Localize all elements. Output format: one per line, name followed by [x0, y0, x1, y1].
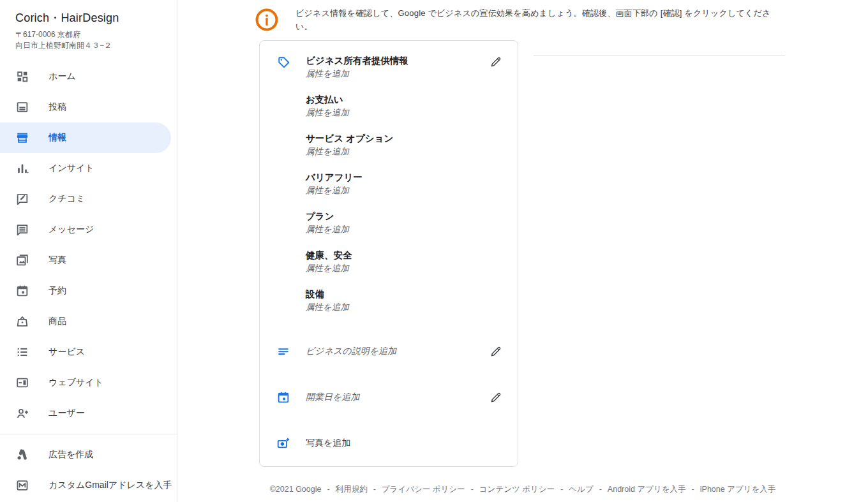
attribute-group-title: お支払い	[306, 94, 469, 106]
add-attribute-link[interactable]: 属性を追加	[306, 68, 469, 80]
business-name: Corich・HairDesign	[15, 10, 161, 26]
attribute-groups: ビジネス所有者提供情報 属性を追加 お支払い 属性を追加 サービス オプション …	[306, 55, 469, 313]
sidebar-item-website[interactable]: ウェブサイト	[0, 367, 177, 398]
sidebar-nav: ホーム 投稿 情報 インサイト	[0, 61, 177, 429]
attribute-group-title: 健康、安全	[306, 249, 469, 262]
posts-icon	[15, 100, 29, 114]
attributes-section: ビジネス所有者提供情報 属性を追加 お支払い 属性を追加 サービス オプション …	[260, 55, 518, 313]
add-attribute-link[interactable]: 属性を追加	[306, 107, 469, 119]
attribute-group: ビジネス所有者提供情報 属性を追加	[306, 55, 469, 80]
info-attributes-card: ビジネス所有者提供情報 属性を追加 お支払い 属性を追加 サービス オプション …	[259, 40, 518, 467]
sidebar-divider	[0, 434, 177, 434]
attribute-group: 健康、安全 属性を追加	[306, 249, 469, 274]
sidebar-item-label: カスタムGmailアドレスを入手	[49, 480, 172, 491]
sidebar-item-photos[interactable]: 写真	[0, 245, 177, 276]
sidebar: Corich・HairDesign 〒617-0006 京都府 向日市上植野町南…	[0, 0, 177, 502]
sidebar-item-users[interactable]: ユーザー	[0, 398, 177, 429]
add-attribute-link[interactable]: 属性を追加	[306, 145, 469, 158]
footer-link[interactable]: ヘルプ	[569, 485, 593, 494]
business-address-line2: 向日市上植野町南開４３−２	[15, 40, 161, 51]
description-icon	[276, 344, 290, 358]
footer-separator: -	[471, 485, 474, 494]
footer-link[interactable]: 利用規約	[336, 485, 368, 494]
verification-notice: ビジネス情報を確認して、Google でビジネスの宣伝効果を高めましょう。確認後…	[255, 6, 775, 33]
sidebar-item-label: クチコミ	[49, 193, 85, 205]
footer-separator: -	[599, 485, 602, 494]
footer-link[interactable]: iPhone アプリを入手	[700, 485, 776, 494]
attribute-group: 設備 属性を追加	[306, 288, 469, 313]
sidebar-item-info[interactable]: 情報	[0, 122, 171, 153]
card-row-add-photo: 写真を追加	[260, 436, 518, 451]
sidebar-item-insights[interactable]: インサイト	[0, 153, 177, 184]
main-content: ビジネス情報を確認して、Google でビジネスの宣伝効果を高めましょう。確認後…	[177, 0, 868, 502]
card-row-description: ビジネスの説明を追加	[260, 344, 518, 359]
card-action-rows: ビジネスの説明を追加 開業日を追加 写真を追加	[260, 344, 518, 451]
sidebar-item-label: メッセージ	[49, 224, 94, 235]
sidebar-item-label: 投稿	[49, 101, 66, 113]
gmail-icon	[15, 478, 29, 492]
add-attribute-link[interactable]: 属性を追加	[306, 184, 469, 196]
attribute-group-title: 設備	[306, 288, 469, 300]
info-circle-icon	[255, 8, 278, 31]
photos-icon	[15, 253, 29, 267]
sidebar-item-label: ユーザー	[49, 408, 85, 419]
sidebar-item-label: ウェブサイト	[49, 377, 103, 388]
info-icon	[15, 131, 29, 145]
attribute-group: サービス オプション 属性を追加	[306, 133, 469, 158]
sidebar-item-label: 商品	[49, 316, 66, 327]
sidebar-item-home[interactable]: ホーム	[0, 61, 177, 92]
edit-row-button[interactable]	[490, 345, 502, 358]
card-row-label[interactable]: 写真を追加	[306, 438, 502, 449]
right-panel-divider	[534, 55, 785, 56]
business-header: Corich・HairDesign 〒617-0006 京都府 向日市上植野町南…	[0, 0, 177, 56]
footer-separator: -	[327, 485, 329, 494]
sidebar-item-label: 写真	[49, 255, 66, 266]
home-icon	[15, 70, 29, 84]
sidebar-item-label: 予約	[49, 285, 66, 297]
website-icon	[15, 376, 29, 390]
footer-link[interactable]: プライバシー ポリシー	[382, 485, 465, 494]
sidebar-secondary-nav: 広告を作成 カスタムGmailアドレスを入手	[0, 439, 177, 501]
edit-row-button[interactable]	[490, 391, 502, 404]
card-row-label[interactable]: 開業日を追加	[306, 392, 490, 403]
footer: ©2021 Google-利用規約-プライバシー ポリシー-コンテンツ ポリシー…	[177, 484, 868, 495]
sidebar-item-messages[interactable]: メッセージ	[0, 214, 177, 245]
attribute-group-title: ビジネス所有者提供情報	[306, 55, 469, 67]
footer-copyright: ©2021 Google	[270, 485, 322, 494]
sidebar-item-reviews[interactable]: クチコミ	[0, 184, 177, 214]
attribute-group-title: サービス オプション	[306, 133, 469, 145]
attribute-group: プラン 属性を追加	[306, 210, 469, 235]
card-row-label[interactable]: ビジネスの説明を追加	[306, 346, 490, 357]
footer-separator: -	[560, 485, 563, 494]
users-icon	[15, 406, 29, 420]
add-attribute-link[interactable]: 属性を追加	[306, 223, 469, 235]
sidebar-item-label: インサイト	[49, 163, 94, 174]
add-attribute-link[interactable]: 属性を追加	[306, 301, 469, 313]
add-attribute-link[interactable]: 属性を追加	[306, 262, 469, 274]
sidebar-item-gmail[interactable]: カスタムGmailアドレスを入手	[0, 470, 177, 501]
notice-text: ビジネス情報を確認して、Google でビジネスの宣伝効果を高めましょう。確認後…	[296, 6, 775, 33]
sidebar-item-bookings[interactable]: 予約	[0, 276, 177, 306]
edit-attributes-button[interactable]	[490, 55, 502, 68]
ads-icon	[15, 448, 29, 462]
attribute-group: バリアフリー 属性を追加	[306, 172, 469, 196]
card-row-calendar: 開業日を追加	[260, 390, 518, 405]
footer-separator: -	[373, 485, 376, 494]
sidebar-item-label: ホーム	[49, 71, 76, 82]
sidebar-item-ads[interactable]: 広告を作成	[0, 439, 177, 470]
products-icon	[15, 314, 29, 329]
business-address: 〒617-0006 京都府 向日市上植野町南開４３−２	[15, 29, 161, 51]
footer-links: -利用規約-プライバシー ポリシー-コンテンツ ポリシー-ヘルプ-Android…	[321, 485, 775, 494]
sidebar-item-services[interactable]: サービス	[0, 337, 177, 367]
sidebar-item-posts[interactable]: 投稿	[0, 92, 177, 122]
business-address-line1: 〒617-0006 京都府	[15, 29, 161, 40]
services-icon	[15, 345, 29, 359]
sidebar-item-label: サービス	[49, 346, 85, 358]
attribute-group-title: プラン	[306, 210, 469, 223]
footer-link[interactable]: Android アプリを入手	[608, 485, 686, 494]
messages-icon	[15, 223, 29, 237]
add-photo-icon	[276, 436, 290, 450]
sidebar-item-label: 広告を作成	[49, 449, 93, 461]
footer-link[interactable]: コンテンツ ポリシー	[479, 485, 555, 494]
sidebar-item-products[interactable]: 商品	[0, 306, 177, 337]
